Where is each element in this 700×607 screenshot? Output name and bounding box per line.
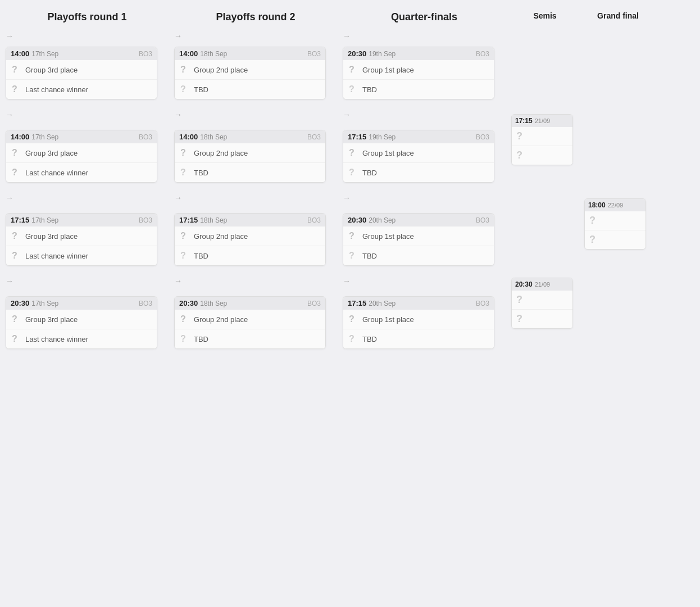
r1m1-bo: BO3	[139, 50, 152, 58]
r1m3-date: 17th Sep	[31, 216, 58, 224]
question-icon: ?	[180, 148, 189, 158]
semi2-time: 20:30	[515, 280, 533, 288]
r1m2-team1: ? Group 3rd place	[6, 143, 157, 163]
qfm4-bo: BO3	[476, 300, 489, 307]
question-icon: ?	[12, 84, 21, 94]
question-icon: ?	[180, 251, 189, 261]
qfm1-date: 19th Sep	[369, 50, 396, 58]
qf-match-4: 17:1520th Sep BO3 ? Group 1st place ? TB…	[343, 296, 494, 349]
r1m1-date: 17th Sep	[31, 50, 58, 58]
r1m2-bo: BO3	[139, 133, 152, 141]
r2-match-3: 17:1518th Sep BO3 ? Group 2nd place ? TB…	[174, 213, 326, 266]
arrow-r2-2: →	[174, 108, 337, 121]
question-icon: ?	[180, 167, 189, 178]
r2m3-bo: BO3	[307, 216, 321, 224]
question-icon: ?	[589, 215, 596, 227]
question-icon: ?	[349, 251, 358, 261]
r1m4-team1: ? Group 3rd place	[6, 310, 157, 329]
qf-match-3: 20:3020th Sep BO3 ? Group 1st place ? TB…	[343, 213, 494, 266]
r1m4-date: 17th Sep	[31, 300, 58, 307]
question-icon: ?	[589, 234, 596, 246]
r1m2-date: 17th Sep	[31, 133, 58, 141]
r1m3-bo: BO3	[139, 216, 152, 224]
question-icon: ?	[349, 167, 358, 178]
question-icon: ?	[12, 251, 21, 261]
r1m2-time: 14:00	[11, 133, 29, 141]
r1-match-1: 14:0017th Sep BO3 ? Group 3rd place ? La…	[6, 47, 157, 99]
qfm2-team2: ? TBD	[343, 163, 494, 182]
qfm4-time: 17:15	[348, 299, 366, 307]
r2m4-time: 20:30	[179, 299, 198, 307]
question-icon: ?	[12, 167, 21, 178]
r1-match-4: 20:3017th Sep BO3 ? Group 3rd place ? La…	[6, 296, 157, 349]
semis-header: Semis	[511, 11, 579, 27]
question-icon: ?	[12, 334, 21, 344]
question-icon: ?	[349, 148, 358, 158]
semi1-date: 21/09	[535, 117, 551, 124]
qfm4-team2: ? TBD	[343, 329, 494, 348]
col-quarter: Quarter-finals → 20:3019th Sep BO3 ? Gro…	[343, 11, 511, 349]
qfm3-time: 20:30	[348, 216, 366, 224]
question-icon: ?	[180, 314, 189, 324]
semi2-team2: ?	[512, 310, 572, 328]
r1m3-time: 17:15	[11, 216, 29, 224]
semi-1-wrapper: 17:15 21/09 ? ?	[511, 114, 573, 165]
qfm1-bo: BO3	[476, 50, 489, 58]
arrow-q-3: →	[343, 192, 506, 204]
qfm4-team1: ? Group 1st place	[343, 310, 494, 329]
r2m1-team1: ? Group 2nd place	[175, 60, 325, 80]
r2m4-team2: ? TBD	[175, 329, 325, 348]
arrow-r1-2: →	[6, 108, 169, 121]
semi-match-2: 20:30 21/09 ? ?	[511, 278, 573, 329]
r2m4-date: 18th Sep	[200, 300, 227, 307]
arrow-r1-4: →	[6, 275, 169, 287]
question-icon: ?	[516, 130, 522, 142]
question-icon: ?	[349, 334, 358, 344]
question-icon: ?	[12, 65, 21, 75]
grand-time: 18:00	[588, 201, 606, 209]
qfm1-time: 20:30	[348, 49, 366, 58]
semi-2-wrapper: 20:30 21/09 ? ?	[511, 278, 573, 329]
question-icon: ?	[12, 148, 21, 158]
qfm3-bo: BO3	[476, 216, 489, 224]
r2m2-bo: BO3	[307, 133, 321, 141]
r1m1-time: 14:00	[11, 49, 29, 58]
arrow-r2-3: →	[174, 192, 337, 204]
semi-match-1: 17:15 21/09 ? ?	[511, 114, 573, 165]
semi2-team1: ?	[512, 291, 572, 310]
r2-match-4: 20:3018th Sep BO3 ? Group 2nd place ? TB…	[174, 296, 326, 349]
r1m1-team2: ? Last chance winner	[6, 80, 157, 99]
question-icon: ?	[349, 65, 358, 75]
qfm3-team2: ? TBD	[343, 246, 494, 265]
r1-match-2: 14:0017th Sep BO3 ? Group 3rd place ? La…	[6, 130, 157, 183]
arrow-r1-1: →	[6, 30, 169, 42]
r1m4-time: 20:30	[11, 299, 29, 307]
col-round2: Playoffs round 2 → 14:0018th Sep BO3 ? G…	[174, 11, 343, 349]
r2-match-1: 14:0018th Sep BO3 ? Group 2nd place ? TB…	[174, 47, 326, 99]
qfm3-date: 20th Sep	[369, 216, 396, 224]
question-icon: ?	[180, 231, 189, 241]
r1m1-team1: ? Group 3rd place	[6, 60, 157, 80]
grand-match: 18:00 22/09 ? ?	[584, 198, 646, 250]
r2m1-team2: ? TBD	[175, 80, 325, 99]
question-icon: ?	[12, 314, 21, 324]
arrow-q-4: →	[343, 275, 506, 287]
r2m1-time: 14:00	[179, 49, 198, 58]
r2m3-date: 18th Sep	[200, 216, 227, 224]
col-grand: Grand final 18:00 22/09 ? ?	[584, 11, 652, 250]
question-icon: ?	[516, 150, 522, 161]
question-icon: ?	[180, 334, 189, 344]
r1m3-team1: ? Group 3rd place	[6, 227, 157, 246]
col-round1: Playoffs round 1 → 14:0017th Sep BO3 ? G…	[6, 11, 174, 349]
question-icon: ?	[349, 314, 358, 324]
question-icon: ?	[180, 65, 189, 75]
question-icon: ?	[12, 231, 21, 241]
arrow-r1-3: →	[6, 192, 169, 204]
question-icon: ?	[516, 313, 522, 325]
r2m2-team2: ? TBD	[175, 163, 325, 182]
right-side: Semis 17:15 21/09 ? ?	[511, 11, 652, 329]
qfm4-date: 20th Sep	[369, 300, 396, 307]
question-icon: ?	[349, 84, 358, 94]
semi2-date: 21/09	[535, 281, 551, 288]
r2m2-time: 14:00	[179, 133, 198, 141]
